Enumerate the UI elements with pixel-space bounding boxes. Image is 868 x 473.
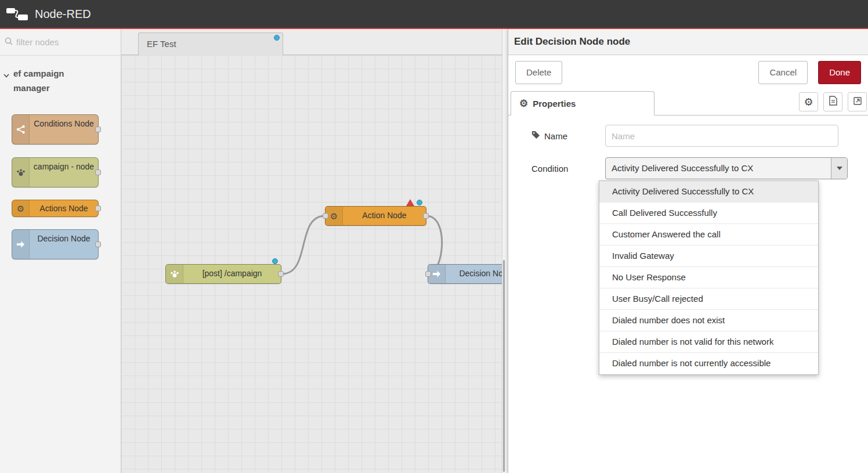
palette-node-label: Decision Node [30,230,98,247]
node-output-port[interactable] [95,169,101,175]
palette-node-campaign[interactable]: campaign - node [12,157,99,187]
gear-icon: ⚙ [519,99,528,109]
node-input-port[interactable] [425,271,431,277]
flow-canvas: EF Test [post] /campaign ⚙ Action Node [121,29,502,473]
canvas-grid[interactable]: [post] /campaign ⚙ Action Node Decision … [121,55,502,473]
tag-icon [531,131,540,141]
canvas-node-label: Decision Node [446,265,502,283]
document-icon [829,96,837,108]
tray-toolbar: Delete Cancel Done [508,55,868,90]
condition-dropdown-menu: Activity Delivered Successfully to CX Ca… [599,180,819,375]
palette-category-label: ef campaign manager [13,66,84,95]
dropdown-option[interactable]: Invalid Gateway [599,245,818,267]
condition-label: Condition [515,164,605,174]
cancel-button[interactable]: Cancel [758,61,808,84]
done-button[interactable]: Done [818,61,861,84]
paw-icon [12,158,30,187]
wire[interactable] [282,216,325,274]
search-icon [5,37,13,48]
palette-node-actions[interactable]: ⚙ Actions Node [12,200,99,217]
tray-title: Edit Decision Node node [508,29,868,55]
palette-search-input[interactable] [16,37,109,47]
dropdown-option[interactable]: Dialed number is not valid for this netw… [599,331,818,353]
canvas-node-decision[interactable]: Decision Node [428,264,502,284]
dropdown-option[interactable]: Dialed number does not exist [599,310,818,331]
dropdown-option[interactable]: Dialed number is not currently accessibl… [599,353,818,374]
name-label: Name [515,131,605,141]
app-title: Node-RED [35,8,91,21]
node-settings-button[interactable]: ⚙ [799,92,818,111]
canvas-node-label: [post] /campaign [183,265,281,283]
dropdown-option[interactable]: Activity Delivered Successfully to CX [599,181,818,203]
gear-icon: ⚙ [804,97,813,107]
workspace-tab-label: EF Test [147,39,176,49]
canvas-node-http-post-campaign[interactable]: [post] /campaign [165,264,281,284]
node-output-port[interactable] [278,271,284,277]
palette-node-decision[interactable]: Decision Node [12,229,99,259]
canvas-node-action[interactable]: ⚙ Action Node [325,206,426,226]
canvas-scrollbar-thumb[interactable] [503,260,505,472]
arrow-right-icon [12,230,30,259]
appearance-icon [853,96,862,108]
node-edit-form: Name Condition Activity Delivered Succes… [508,115,868,199]
chevron-down-icon [3,70,10,81]
dropdown-option[interactable]: Call Delivered Successfully [599,203,818,224]
dropdown-option[interactable]: User Busy/Call rejected [599,288,818,310]
unsaved-changes-dot [274,35,280,41]
node-output-port[interactable] [423,213,429,219]
node-output-port[interactable] [95,205,101,211]
workspace-tabbar: EF Test [121,29,502,55]
dropdown-option[interactable]: No User Response [599,267,818,288]
node-appearance-button[interactable] [848,92,867,111]
node-palette: ef campaign manager Conditions Node camp… [0,29,121,473]
palette-search [0,29,121,56]
app-header: Node-RED [0,0,868,29]
error-marker-icon [406,199,414,206]
palette-node-label: Conditions Node [30,115,98,132]
tab-properties-label: Properties [533,99,576,109]
condition-select-value: Activity Delivered Successfully to CX [606,158,830,179]
palette-node-conditions[interactable]: Conditions Node [12,114,99,145]
delete-button[interactable]: Delete [515,61,562,84]
node-input-port[interactable] [323,213,328,219]
node-description-button[interactable] [823,92,842,111]
dropdown-option[interactable]: Customer Answered the call [599,224,818,245]
name-row: Name [515,125,861,147]
palette-node-label: Actions Node [30,200,98,216]
unsaved-changes-dot [417,200,422,205]
node-output-port[interactable] [95,127,101,132]
node-output-port[interactable] [95,241,101,247]
condition-select[interactable]: Activity Delivered Successfully to CX [605,157,848,179]
name-input[interactable] [605,125,838,147]
editor-tab-row: ⚙ Properties ⚙ [508,90,868,115]
caret-down-icon [837,167,842,170]
canvas-node-label: Action Node [343,207,426,225]
editor-tab-icons: ⚙ [799,92,867,111]
condition-row: Condition Activity Delivered Successfull… [515,157,861,179]
workspace-tab-ef-test[interactable]: EF Test [138,33,283,55]
edit-node-tray: Edit Decision Node node Delete Cancel Do… [508,29,868,473]
paw-icon [166,265,183,283]
tab-properties[interactable]: ⚙ Properties [511,91,654,115]
gears-icon: ⚙ [12,200,30,216]
node-red-logo-icon [6,6,29,21]
condition-select-button[interactable] [831,158,847,179]
palette-node-label: campaign - node [30,158,98,175]
palette-category-ef-campaign-manager[interactable]: ef campaign manager [0,56,121,95]
fork-icon [12,115,30,144]
unsaved-changes-dot [272,258,278,264]
